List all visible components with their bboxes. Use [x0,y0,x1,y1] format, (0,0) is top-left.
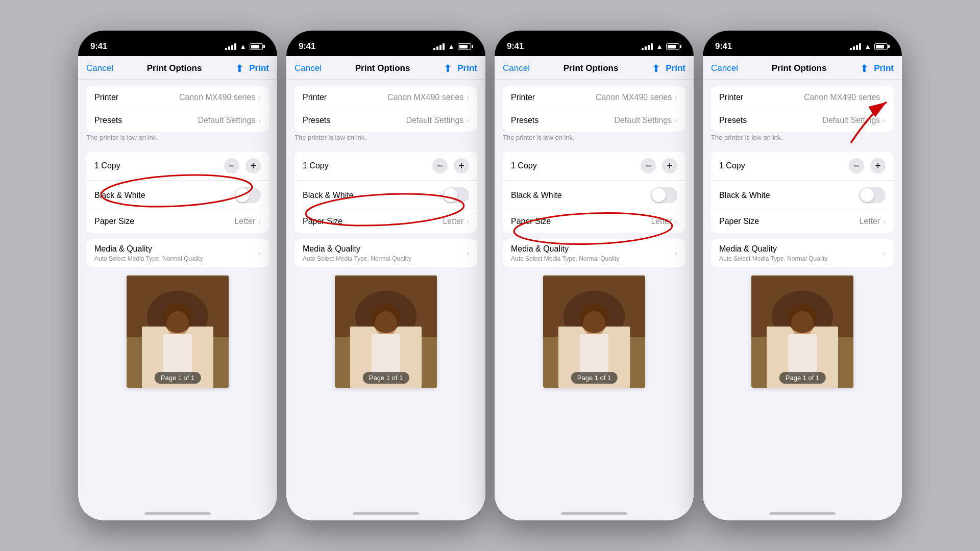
copy-plus-4[interactable]: + [870,158,886,173]
printer-label-2: Printer [303,93,327,102]
bw-toggle-2[interactable] [443,187,469,203]
share-icon-2[interactable]: ⬆ [444,62,452,74]
svg-rect-29 [788,334,817,375]
presets-value-1[interactable]: Default Settings › [198,116,261,125]
media-title-4: Media & Quality [719,244,828,254]
printer-value-3[interactable]: Canon MX490 series › [596,93,677,102]
presets-value-3[interactable]: Default Settings › [614,116,677,125]
preview-area-4: Page 1 of 1 [703,267,902,506]
presets-value-2[interactable]: Default Settings › [406,116,469,125]
signal-4 [850,43,861,50]
copy-plus-2[interactable]: + [454,158,469,173]
svg-point-22 [580,305,608,333]
preview-img-1 [127,276,229,388]
cancel-btn-2[interactable]: Cancel [295,63,322,73]
printer-value-4[interactable]: Canon MX490 series › [804,93,886,102]
preview-svg-2 [335,276,437,388]
print-btn-2[interactable]: Print [457,63,477,73]
cancel-btn-4[interactable]: Cancel [711,63,738,73]
media-row-2[interactable]: Media & Quality Auto Select Media Type, … [295,239,477,267]
signal-2 [433,43,445,50]
bar4 [443,43,445,50]
media-subtitle-1: Auto Select Media Type, Normal Quality [94,255,203,262]
ink-warning-4: The printer is low on ink. [703,132,902,145]
cancel-btn-1[interactable]: Cancel [86,63,113,73]
copy-minus-2[interactable]: − [432,158,448,173]
home-3 [495,506,694,520]
nav-right-3: ⬆ Print [652,62,685,74]
ink-warning-1: The printer is low on ink. [78,132,277,145]
phone-3-screen: 9:41 ▲ Cancel [495,31,694,520]
printer-section-2: Printer Canon MX490 series › Presets Def… [295,86,477,132]
home-bar-3 [561,512,627,515]
copy-plus-1[interactable]: + [246,158,261,173]
copy-plus-3[interactable]: + [662,158,677,173]
media-labels-3: Media & Quality Auto Select Media Type, … [511,244,620,262]
copy-controls-3: − + [641,158,677,173]
bw-toggle-3[interactable] [651,187,677,203]
printer-value-1[interactable]: Canon MX490 series › [179,93,261,102]
time-3: 9:41 [507,41,524,52]
copy-label-4: 1 Copy [719,161,745,170]
bw-toggle-4[interactable] [859,187,886,203]
paper-value-4[interactable]: Letter › [859,217,886,226]
phone-1-screen: 9:41 ▲ Cancel [78,31,277,520]
bw-row-1: Black & White [86,181,269,210]
nav-title-2: Print Options [355,63,410,73]
bar4 [859,43,861,50]
print-btn-4[interactable]: Print [874,63,894,73]
preview-svg-1 [127,276,229,388]
media-row-3[interactable]: Media & Quality Auto Select Media Type, … [503,239,685,267]
media-row-4[interactable]: Media & Quality Auto Select Media Type, … [711,239,894,267]
home-1 [78,506,277,520]
media-section-1: Media & Quality Auto Select Media Type, … [86,239,269,267]
svg-rect-13 [372,334,400,375]
paper-label-1: Paper Size [94,217,134,226]
printer-label-4: Printer [719,93,743,102]
paper-value-3[interactable]: Letter › [651,217,677,226]
printer-section-3: Printer Canon MX490 series › Presets Def… [503,86,685,132]
media-chevron-1: › [258,249,261,257]
media-subtitle-4: Auto Select Media Type, Normal Quality [719,255,828,262]
media-row-1[interactable]: Media & Quality Auto Select Media Type, … [86,239,269,267]
bar1 [642,48,644,50]
presets-value-4[interactable]: Default Settings › [822,116,886,125]
phone-4-screen: 9:41 ▲ Cancel [703,31,902,520]
bar4 [234,43,236,50]
bar2 [436,46,438,50]
copy-row-1: 1 Copy − + [86,152,269,181]
presets-row-1: Presets Default Settings › [86,109,269,132]
presets-chevron-4: › [883,116,886,124]
phone-1: 9:41 ▲ Cancel [78,31,277,520]
bar2 [645,46,647,50]
media-subtitle-3: Auto Select Media Type, Normal Quality [511,255,620,262]
copy-minus-4[interactable]: − [849,158,864,173]
share-icon-3[interactable]: ⬆ [652,62,660,74]
bw-label-1: Black & White [94,191,145,200]
paper-value-1[interactable]: Letter › [234,217,261,226]
copy-minus-3[interactable]: − [641,158,656,173]
options-section-2: 1 Copy − + Black & White Paper Size [295,152,477,233]
bar1 [225,48,227,50]
printer-chevron-3: › [675,93,677,102]
presets-chevron-3: › [675,116,677,124]
battery-2 [458,43,473,50]
nav-bar-1: Cancel Print Options ⬆ Print [78,56,277,80]
time-1: 9:41 [90,41,107,52]
print-btn-1[interactable]: Print [249,63,269,73]
print-preview-1: Page 1 of 1 [127,276,229,388]
svg-rect-21 [580,334,608,375]
print-btn-3[interactable]: Print [666,63,685,73]
paper-value-2[interactable]: Letter › [443,217,469,226]
printer-value-2[interactable]: Canon MX490 series › [387,93,469,102]
status-icons-4: ▲ [850,42,890,51]
svg-rect-5 [163,334,192,375]
bw-toggle-1[interactable] [234,187,261,203]
bar1 [433,48,435,50]
copy-minus-1[interactable]: − [224,158,239,173]
cancel-btn-3[interactable]: Cancel [503,63,530,73]
bar2 [853,46,855,50]
share-icon-4[interactable]: ⬆ [860,62,869,74]
share-icon-1[interactable]: ⬆ [235,62,244,74]
home-2 [286,506,485,520]
